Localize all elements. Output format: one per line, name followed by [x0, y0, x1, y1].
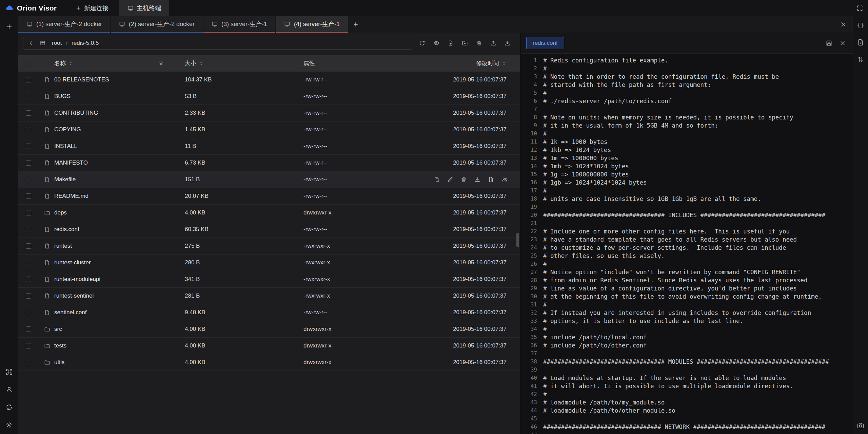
file-name-cell[interactable]: redis.conf [39, 226, 173, 233]
delete-icon[interactable] [461, 176, 467, 183]
sync-button[interactable] [5, 403, 13, 411]
file-name-cell[interactable]: runtest-sentinel [39, 293, 173, 299]
terminal-tab[interactable]: (2) server-生产-2 docker [111, 16, 203, 33]
row-checkbox[interactable] [26, 177, 31, 182]
settings-button[interactable] [5, 421, 13, 429]
file-row[interactable]: BUGS 53 B -rw-rw-r-- 2019-05-16 00:07:37 [18, 88, 520, 105]
filter-icon[interactable] [158, 61, 164, 66]
file-row[interactable]: Makefile 151 B -rw-rw-r-- [18, 171, 520, 188]
file-name-cell[interactable]: runtest [39, 243, 173, 249]
file-name-cell[interactable]: INSTALL [39, 143, 173, 150]
host-terminal-nav[interactable]: 主机终端 [119, 0, 169, 16]
save-file-button[interactable] [826, 40, 832, 46]
file-name-cell[interactable]: deps [39, 209, 173, 216]
move-icon[interactable] [488, 176, 494, 183]
user-button[interactable] [5, 386, 13, 393]
file-row[interactable]: COPYING 1.45 KB -rw-rw-r-- 2019-05-16 00… [18, 121, 520, 138]
row-checkbox[interactable] [26, 110, 31, 116]
file-name-cell[interactable]: MANIFESTO [39, 159, 173, 166]
sidebar-new-tab-button[interactable] [5, 23, 13, 31]
file-row[interactable]: sentinel.conf 9.48 KB -rw-rw-r-- 2019-05… [18, 304, 520, 321]
permission-icon[interactable] [501, 176, 508, 183]
preview-hidden-button[interactable] [431, 38, 442, 49]
row-checkbox[interactable] [26, 243, 31, 249]
view-list-button[interactable] [38, 38, 48, 48]
file-name-cell[interactable]: runtest-moduleapi [39, 276, 173, 283]
file-name-cell[interactable]: BUGS [39, 93, 173, 100]
editor-file-tab[interactable]: redis.conf [526, 37, 564, 49]
row-checkbox[interactable] [26, 160, 31, 166]
terminal-tab[interactable]: (1) server-生产-2 docker [18, 16, 110, 33]
file-name-cell[interactable]: sentinel.conf [39, 309, 173, 316]
screenshot-button[interactable] [857, 422, 864, 429]
file-name-cell[interactable]: tests [39, 342, 173, 349]
file-row[interactable]: utils 4.00 KB drwxrwxr-x 2019-05-16 00:0… [18, 354, 520, 371]
file-row[interactable]: tests 4.00 KB drwxrwxr-x 2019-05-16 00:0… [18, 338, 520, 354]
select-all-checkbox[interactable] [26, 61, 31, 66]
row-checkbox[interactable] [26, 293, 31, 299]
row-checkbox[interactable] [26, 360, 31, 365]
row-checkbox[interactable] [26, 210, 31, 215]
file-row[interactable]: MANIFESTO 6.73 KB -rw-rw-r-- 2019-05-16 … [18, 155, 520, 171]
scrollbar-thumb[interactable] [516, 233, 519, 247]
path-bar[interactable]: root / redis-5.0.5 [23, 37, 412, 50]
fullscreen-button[interactable] [856, 5, 863, 12]
row-checkbox[interactable] [26, 77, 31, 82]
file-row[interactable]: README.md 20.07 KB -rw-rw-r-- 2019-05-16… [18, 188, 520, 205]
row-checkbox[interactable] [26, 227, 31, 232]
new-file-button[interactable] [445, 38, 456, 49]
row-checkbox[interactable] [26, 94, 31, 99]
delete-button[interactable] [473, 38, 485, 49]
breadcrumb-current[interactable]: redis-5.0.5 [72, 40, 99, 46]
close-panel-button[interactable] [840, 21, 847, 28]
app-logo[interactable]: Orion Visor [0, 0, 63, 16]
new-terminal-tab-button[interactable] [348, 16, 363, 33]
copy-path-icon[interactable] [434, 176, 440, 183]
file-row[interactable]: runtest-sentinel 281 B -rwxrwxr-x 2019-0… [18, 288, 520, 304]
file-row[interactable]: CONTRIBUTING 2.33 KB -rw-rw-r-- 2019-05-… [18, 105, 520, 121]
sort-mtime-icon[interactable] [501, 61, 507, 66]
row-checkbox[interactable] [26, 310, 31, 315]
row-checkbox[interactable] [26, 343, 31, 348]
file-name-cell[interactable]: utils [39, 359, 173, 366]
back-button[interactable] [26, 38, 36, 48]
row-checkbox[interactable] [26, 260, 31, 265]
terminal-tab[interactable]: (4) server-生产-1 [276, 16, 348, 33]
sort-name-icon[interactable] [68, 61, 73, 66]
file-row[interactable]: INSTALL 11 B -rw-rw-r-- 2019-05-16 00:07… [18, 138, 520, 155]
sftp-files-button[interactable] [857, 39, 864, 46]
file-name-cell[interactable]: CONTRIBUTING [39, 110, 173, 116]
new-folder-button[interactable] [459, 38, 471, 49]
command-snippets-button[interactable] [5, 368, 13, 376]
row-checkbox[interactable] [26, 277, 31, 282]
snippets-button[interactable] [857, 22, 864, 29]
row-checkbox[interactable] [26, 144, 31, 149]
row-checkbox[interactable] [26, 193, 31, 199]
upload-button[interactable] [488, 38, 499, 49]
file-row[interactable]: redis.conf 60.35 KB -rw-rw-r-- 2019-05-1… [18, 221, 520, 238]
file-row[interactable]: 00-RELEASENOTES 104.37 KB -rw-rw-r-- 201… [18, 72, 520, 88]
file-row[interactable]: runtest-cluster 280 B -rwxrwxr-x 2019-05… [18, 254, 520, 271]
new-connection-button[interactable]: 新建连接 [67, 0, 117, 16]
file-row[interactable]: runtest-moduleapi 341 B -rwxrwxr-x 2019-… [18, 271, 520, 288]
row-checkbox[interactable] [26, 326, 31, 332]
file-name-cell[interactable]: Makefile [39, 176, 173, 183]
terminal-tab[interactable]: (3) server-生产-1 [203, 16, 275, 33]
file-name-cell[interactable]: README.md [39, 193, 173, 200]
close-editor-button[interactable] [839, 40, 846, 46]
download-button[interactable] [502, 38, 513, 49]
file-name-cell[interactable]: COPYING [39, 126, 173, 133]
row-checkbox[interactable] [26, 127, 31, 132]
file-row[interactable]: deps 4.00 KB drwxrwxr-x 2019-05-16 00:07… [18, 205, 520, 221]
code-editor[interactable]: 1# Redis configuration file example.2#3#… [521, 54, 853, 434]
file-row[interactable]: runtest 275 B -rwxrwxr-x 2019-05-16 00:0… [18, 238, 520, 254]
breadcrumb-root[interactable]: root [52, 40, 62, 46]
download-icon[interactable] [474, 176, 480, 183]
sort-size-icon[interactable] [199, 61, 204, 66]
refresh-button[interactable] [416, 38, 428, 49]
transfer-list-button[interactable] [857, 56, 864, 63]
edit-icon[interactable] [447, 176, 453, 183]
file-row[interactable]: src 4.00 KB drwxrwxr-x 2019-05-16 00:07:… [18, 321, 520, 338]
file-name-cell[interactable]: 00-RELEASENOTES [39, 76, 173, 83]
file-name-cell[interactable]: src [39, 326, 173, 333]
